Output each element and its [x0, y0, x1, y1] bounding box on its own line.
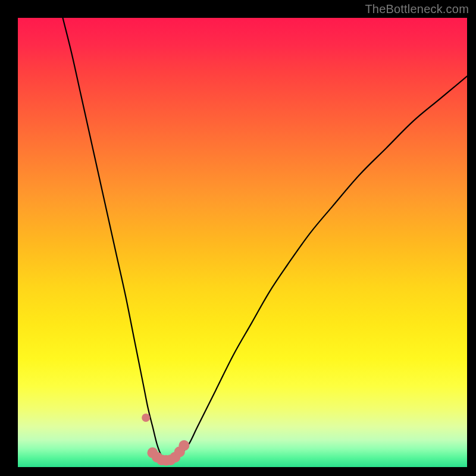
valley-marker: [142, 414, 150, 422]
chart-frame: TheBottleneck.com: [0, 0, 476, 476]
valley-markers: [142, 414, 189, 466]
curve-layer: [18, 18, 467, 467]
watermark-text: TheBottleneck.com: [365, 2, 469, 16]
valley-marker: [178, 440, 189, 451]
plot-area: [18, 18, 467, 467]
bottleneck-curve: [63, 18, 468, 461]
